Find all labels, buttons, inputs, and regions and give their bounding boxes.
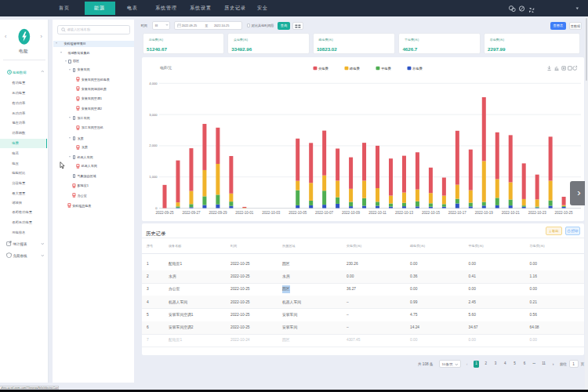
svg-text:2022-10-11: 2022-10-11 [368,211,387,215]
svg-text:2022-10-25: 2022-10-25 [555,211,574,215]
svg-text:1,000: 1,000 [149,175,158,179]
svg-text:2022-10-07: 2022-10-07 [315,211,334,215]
svg-text:2022-09-27: 2022-09-27 [182,211,201,215]
svg-text:尖电费: 尖电费 [318,67,328,71]
svg-text:2022-10-03: 2022-10-03 [262,211,281,215]
svg-text:峰电费: 峰电费 [350,67,360,71]
svg-text:3,000: 3,000 [149,113,158,117]
svg-text:4,000: 4,000 [149,82,158,85]
svg-text:2022-09-29: 2022-09-29 [209,211,227,215]
svg-text:2022-10-05: 2022-10-05 [289,211,307,215]
svg-text:平电费: 平电费 [381,67,391,71]
svg-text:0: 0 [155,206,158,210]
svg-text:2022-10-01: 2022-10-01 [235,211,254,215]
svg-text:电费/元: 电费/元 [160,65,172,70]
svg-text:谷电费: 谷电费 [412,67,423,71]
svg-text:2022-10-15: 2022-10-15 [422,211,441,215]
svg-text:2022-10-23: 2022-10-23 [528,211,547,215]
svg-text:2022-10-19: 2022-10-19 [475,211,494,215]
svg-text:2022-10-13: 2022-10-13 [395,211,414,215]
svg-text:2022-10-09: 2022-10-09 [342,211,361,215]
svg-text:2,000: 2,000 [149,143,158,147]
svg-text:2022-10-17: 2022-10-17 [448,211,467,215]
svg-text:2022-10-21: 2022-10-21 [502,211,521,215]
svg-text:2022-09-25: 2022-09-25 [155,211,174,215]
